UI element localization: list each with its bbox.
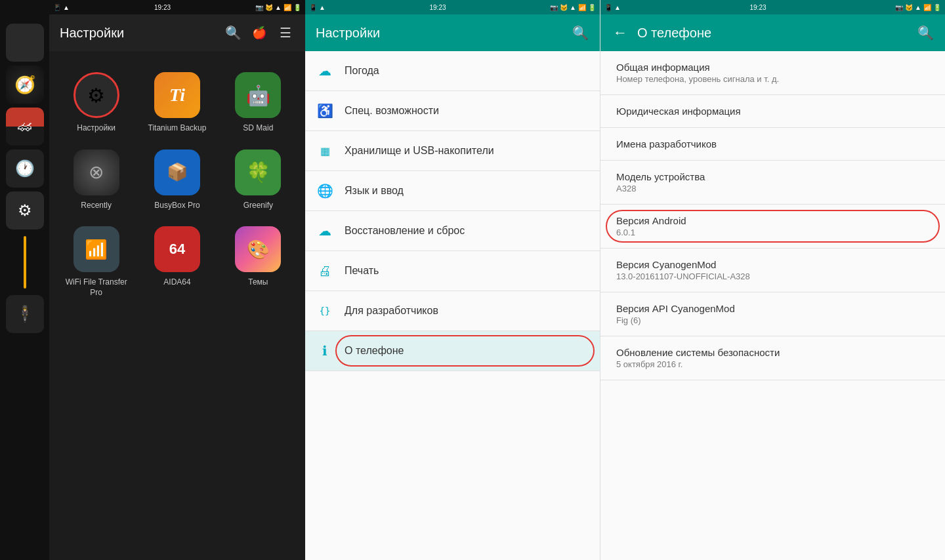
- app-themes[interactable]: 🎨 Темы: [218, 218, 299, 306]
- apple-icon-middle[interactable]: 🍎: [250, 24, 268, 42]
- about-item-subtitle-general: Номер телефона, уровень сигнала и т. д.: [616, 74, 929, 84]
- about-item-title-legal: Юридическая информация: [616, 106, 929, 117]
- settings-label-language: Язык и ввод: [345, 185, 404, 197]
- search-icon-about[interactable]: 🔍: [916, 24, 934, 42]
- settings-item-language[interactable]: 🌐 Язык и ввод: [305, 171, 600, 211]
- settings-item-print[interactable]: 🖨 Печать: [305, 251, 600, 291]
- app-icon-titanium: Ti: [154, 72, 200, 118]
- print-icon: 🖨: [316, 262, 334, 280]
- about-item-subtitle-api: Fig (6): [616, 315, 929, 325]
- app-aida64[interactable]: 64 AIDA64: [136, 218, 217, 306]
- settings-panel: 📱▲ 19:23 📷🐱▲📶🔋 Настройки 🔍 ☁ Погода ♿ Сп…: [305, 0, 600, 560]
- about-item-model[interactable]: Модель устройства A328: [600, 161, 945, 205]
- app-wifi[interactable]: 📶 WiFi File Transfer Pro: [56, 218, 136, 306]
- settings-item-weather[interactable]: ☁ Погода: [305, 51, 600, 91]
- dock-compass-icon[interactable]: 🧭: [6, 66, 44, 104]
- about-item-subtitle-android: 6.0.1: [616, 228, 929, 237]
- app-icon-aida64: 64: [154, 226, 200, 272]
- app-grid: ⚙ Настройки Ti Titanium Backup 🤖 SD Maid…: [49, 51, 305, 319]
- settings-title: Настройки: [316, 26, 563, 41]
- app-label-sdmaid: SD Maid: [243, 123, 273, 134]
- settings-label-print: Печать: [345, 265, 379, 277]
- app-recently[interactable]: ⊗ Recently: [56, 142, 136, 219]
- about-item-legal[interactable]: Юридическая информация: [600, 95, 945, 128]
- settings-label-storage: Хранилище и USB-накопители: [345, 145, 494, 157]
- about-item-title-devnames: Имена разработчиков: [616, 138, 929, 150]
- about-item-title-api: Версия API CyanogenMod: [616, 303, 929, 314]
- about-item-general[interactable]: Общая информация Номер телефона, уровень…: [600, 51, 945, 95]
- back-icon-about[interactable]: ←: [611, 24, 629, 42]
- settings-label-developer: Для разработчиков: [345, 305, 438, 317]
- dock-icons: 🧭 🏎 🕐 ⚙ 🕴: [6, 20, 44, 557]
- left-sidebar: 🧭 🏎 🕐 ⚙ 🕴: [0, 0, 49, 560]
- about-item-cyanogen[interactable]: Версия CyanogenMod 13.0-20161107-UNOFFIC…: [600, 249, 945, 292]
- settings-list: ☁ Погода ♿ Спец. возможности ▦ Хранилище…: [305, 51, 600, 560]
- app-icon-nastroyki: ⚙: [74, 72, 119, 118]
- app-greenify[interactable]: 🍀 Greenify: [218, 142, 299, 219]
- app-icon-wifi: 📶: [74, 226, 119, 272]
- app-sdmaid[interactable]: 🤖 SD Maid: [218, 64, 299, 142]
- about-item-security[interactable]: Обновление системы безопасности 5 октябр…: [600, 336, 945, 380]
- time-settings: 19:23: [429, 4, 446, 11]
- about-item-title-cyanogen: Версия CyanogenMod: [616, 259, 929, 270]
- app-icon-greenify: 🍀: [235, 150, 281, 195]
- time-middle: 19:23: [154, 4, 171, 11]
- dock-settings-icon[interactable]: ⚙: [6, 191, 44, 230]
- menu-icon-middle[interactable]: ☰: [276, 24, 295, 42]
- about-icon: ℹ: [316, 342, 334, 360]
- settings-item-backup[interactable]: ☁ Восстановление и сброс: [305, 211, 600, 251]
- app-label-themes: Темы: [248, 277, 268, 288]
- about-item-subtitle-security: 5 октября 2016 г.: [616, 359, 929, 369]
- search-icon-middle[interactable]: 🔍: [224, 24, 242, 42]
- about-item-devnames[interactable]: Имена разработчиков: [600, 128, 945, 161]
- app-label-wifi: WiFi File Transfer Pro: [61, 277, 131, 298]
- scroll-indicator: [24, 236, 26, 289]
- about-item-title-security: Обновление системы безопасности: [616, 347, 929, 358]
- weather-icon: ☁: [316, 62, 334, 80]
- about-item-subtitle-model: A328: [616, 184, 929, 193]
- middle-panel: 📱▲ 19:23 📷🐱▲📶🔋 Настройки 🔍 🍎 ☰ ⚙ Настрой…: [49, 0, 305, 560]
- app-nastroyki[interactable]: ⚙ Настройки: [56, 64, 136, 142]
- middle-header: Настройки 🔍 🍎 ☰: [49, 14, 305, 51]
- about-item-title-general: Общая информация: [616, 62, 929, 73]
- dock-suit-icon[interactable]: 🕴: [6, 295, 44, 333]
- settings-header: Настройки 🔍: [305, 14, 600, 51]
- app-icon-sdmaid: 🤖: [235, 72, 281, 118]
- app-titanium[interactable]: Ti Titanium Backup: [136, 64, 217, 142]
- accessibility-icon: ♿: [316, 102, 334, 120]
- settings-label-backup: Восстановление и сброс: [345, 225, 465, 237]
- status-bar-about: 📱▲ 19:23 📷🐱▲📶🔋: [600, 0, 945, 14]
- dock-clock-icon[interactable]: 🕐: [6, 150, 44, 188]
- about-title: О телефоне: [637, 26, 908, 41]
- about-item-title-model: Модель устройства: [616, 171, 929, 182]
- about-item-subtitle-cyanogen: 13.0-20161107-UNOFFICIAL-A328: [616, 271, 929, 281]
- app-icon-themes: 🎨: [235, 226, 281, 272]
- about-list: Общая информация Номер телефона, уровень…: [600, 51, 945, 560]
- settings-item-developer[interactable]: {} Для разработчиков: [305, 291, 600, 331]
- settings-item-storage[interactable]: ▦ Хранилище и USB-накопители: [305, 131, 600, 171]
- storage-icon: ▦: [316, 142, 334, 160]
- about-header: ← О телефоне 🔍: [600, 14, 945, 51]
- app-icon-recently: ⊗: [74, 150, 119, 195]
- app-busybox[interactable]: 📦 BusyBox Pro: [136, 142, 217, 219]
- app-label-recently: Recently: [81, 201, 112, 211]
- backup-icon: ☁: [316, 222, 334, 240]
- dock-grid-icon[interactable]: [6, 24, 44, 62]
- dock-racing-icon[interactable]: 🏎: [6, 108, 44, 146]
- status-bar-left: [0, 3, 49, 17]
- settings-item-about[interactable]: ℹ О телефоне: [305, 331, 600, 371]
- app-label-aida64: AIDA64: [163, 277, 190, 288]
- about-item-api[interactable]: Версия API CyanogenMod Fig (6): [600, 292, 945, 336]
- search-icon-settings[interactable]: 🔍: [571, 24, 589, 42]
- language-icon: 🌐: [316, 182, 334, 200]
- time-about: 19:23: [749, 4, 766, 11]
- settings-item-accessibility[interactable]: ♿ Спец. возможности: [305, 91, 600, 131]
- settings-label-about: О телефоне: [345, 345, 404, 357]
- about-item-android[interactable]: Версия Android 6.0.1: [600, 205, 945, 249]
- about-panel: 📱▲ 19:23 📷🐱▲📶🔋 ← О телефоне 🔍 Общая инфо…: [600, 0, 945, 560]
- middle-title: Настройки: [60, 26, 216, 41]
- app-label-busybox: BusyBox Pro: [154, 201, 200, 211]
- app-label-greenify: Greenify: [243, 201, 273, 211]
- settings-label-accessibility: Спец. возможности: [345, 105, 439, 117]
- app-icon-busybox: 📦: [154, 150, 200, 195]
